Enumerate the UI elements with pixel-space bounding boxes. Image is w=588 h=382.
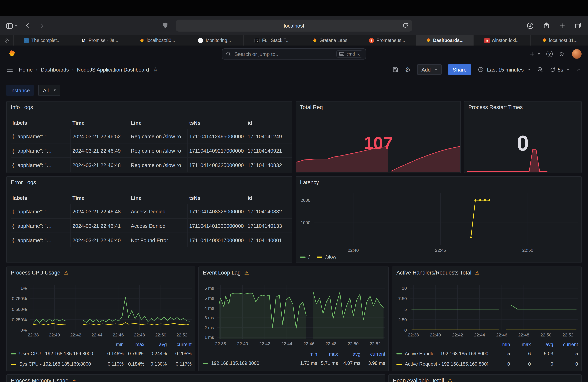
add-panel-button[interactable]: Add — [417, 64, 441, 75]
screen: localhost The complet... — [0, 0, 588, 382]
panel-title[interactable]: Active Handlers/Requests Total — [396, 269, 471, 275]
save-dashboard-button[interactable] — [392, 66, 399, 73]
breadcrumb-home[interactable]: Home — [19, 67, 33, 73]
news-button[interactable] — [559, 51, 566, 57]
time-range-picker[interactable]: Last 15 minutes — [478, 66, 531, 73]
x-axis-tick: 22:52 — [562, 332, 573, 338]
x-axis-tick: 22:42 — [70, 332, 81, 338]
legend-header[interactable]: current — [553, 342, 578, 347]
legend-row[interactable]: Sys CPU - 192.168.185.169:8000 0.110% 0.… — [11, 359, 192, 369]
legend-header[interactable]: current — [360, 351, 385, 357]
browser-tab-active[interactable]: Dashboards... — [416, 35, 473, 46]
column-header[interactable]: id — [246, 195, 292, 201]
help-icon[interactable]: ? — [546, 51, 553, 57]
warning-icon[interactable]: ⚠ — [448, 378, 452, 382]
handlers-chart[interactable]: 02.5057.501022:3822:4022:4222:4422:4622:… — [410, 285, 578, 330]
column-header[interactable]: Time — [71, 195, 129, 201]
new-menu-button[interactable] — [529, 51, 540, 57]
legend-header[interactable]: avg — [144, 342, 167, 347]
browser-tab[interactable]: Monitoring... — [186, 35, 243, 46]
tab-strip-blocked-icon[interactable] — [0, 35, 14, 46]
latency-chart[interactable]: 1000200022:4022:4522:50 — [314, 193, 578, 245]
legend-header[interactable]: max — [317, 351, 338, 357]
legend-header[interactable]: min — [488, 342, 510, 347]
sidebar-toggle-button[interactable] — [6, 22, 17, 29]
share-page-button[interactable] — [543, 22, 550, 29]
panel-title[interactable]: Process Memory Usage — [11, 377, 68, 382]
column-header[interactable]: Line — [129, 120, 188, 126]
column-header[interactable]: Line — [129, 195, 188, 201]
panel-title[interactable]: Process CPU Usage — [11, 269, 60, 275]
legend-header[interactable]: max — [124, 342, 144, 347]
browser-tab[interactable]: Full Stack T... — [244, 35, 301, 46]
legend-row[interactable]: Active Request - 192.168.185.169:8000 0 … — [396, 359, 578, 369]
variable-label[interactable]: instance — [6, 85, 34, 96]
column-header[interactable]: labels — [11, 120, 71, 126]
legend-item[interactable]: /slow — [317, 254, 336, 260]
panel-title[interactable]: Event Loop Lag — [203, 269, 241, 275]
search-input[interactable]: Search or jump to... cmd+k — [222, 48, 366, 59]
legend-item[interactable]: / — [300, 254, 310, 260]
panel-title[interactable]: Heap Available Detail — [393, 377, 444, 382]
browser-tab[interactable]: The complet... — [14, 35, 71, 46]
new-tab-button[interactable] — [559, 22, 566, 29]
forward-button[interactable] — [38, 22, 45, 29]
browser-tab[interactable]: Prometheus... — [358, 35, 416, 46]
breadcrumb-dashboards[interactable]: Dashboards — [41, 67, 69, 73]
panel-title[interactable]: Latency — [300, 179, 319, 185]
panel-title[interactable]: Error Logs — [11, 179, 36, 185]
browser-tab[interactable]: localhost:80... — [129, 35, 186, 46]
collapse-toolbar-button[interactable] — [576, 67, 582, 73]
table-header-row: labels Time Line tsNs id — [11, 192, 292, 204]
column-header[interactable]: id — [246, 120, 292, 126]
share-dashboard-button[interactable]: Share — [448, 64, 471, 75]
address-bar[interactable]: localhost — [176, 19, 412, 32]
browser-tab[interactable]: localhost:31... — [531, 35, 588, 46]
user-avatar[interactable] — [572, 49, 582, 59]
column-header[interactable]: tsNs — [188, 120, 246, 126]
downloads-button[interactable] — [526, 22, 534, 29]
browser-tab[interactable]: Promise - Ja... — [71, 35, 128, 46]
panel-title[interactable]: Total Req — [300, 104, 323, 110]
favorite-star-icon[interactable]: ☆ — [153, 66, 158, 73]
warning-icon[interactable]: ⚠ — [475, 270, 480, 275]
column-header[interactable]: tsNs — [188, 195, 246, 201]
variable-value-dropdown[interactable]: All — [39, 85, 60, 96]
legend-header[interactable]: min — [295, 351, 317, 357]
cpu-chart[interactable]: 0%0.250%0.500%0.750%1%22:3822:4022:4222:… — [30, 285, 192, 330]
legend-header[interactable]: min — [101, 342, 124, 347]
browser-tab[interactable]: winston-loki... — [473, 35, 531, 46]
legend-header[interactable]: max — [510, 342, 531, 347]
x-axis-tick: 22:38 — [408, 332, 419, 338]
legend-header[interactable]: avg — [531, 342, 553, 347]
refresh-picker[interactable]: 5s — [550, 67, 569, 73]
warning-icon[interactable]: ⚠ — [64, 270, 69, 275]
warning-icon[interactable]: ⚠ — [244, 270, 249, 275]
event-loop-chart[interactable]: 1 ms2 ms3 ms4 ms5 ms6 ms22:3822:4022:422… — [217, 285, 385, 339]
legend-header[interactable]: avg — [338, 351, 360, 357]
panel-process-cpu-usage: Process CPU Usage ⚠ 0%0.250%0.500%0.750%… — [6, 267, 195, 371]
y-axis-tick: 3 ms — [204, 315, 214, 321]
panel-title[interactable]: Info Logs — [11, 104, 33, 110]
privacy-shield-icon[interactable] — [162, 22, 169, 30]
series-swatch — [11, 363, 16, 365]
legend-row[interactable]: User CPU - 192.168.185.169:8000 0.146% 0… — [11, 348, 192, 359]
panel-title[interactable]: Process Restart Times — [468, 104, 523, 110]
warning-icon[interactable]: ⚠ — [72, 378, 77, 382]
y-axis-tick: 2 ms — [204, 325, 214, 330]
column-header[interactable]: Time — [71, 120, 129, 126]
browser-tab[interactable]: Grafana Labs — [301, 35, 358, 46]
grafana-logo[interactable] — [7, 50, 16, 60]
tab-overview-button[interactable] — [574, 22, 582, 29]
search-placeholder: Search or jump to... — [234, 51, 333, 57]
dashboard-settings-button[interactable]: ⚙ — [405, 66, 411, 73]
column-header[interactable]: labels — [11, 195, 71, 201]
legend-row[interactable]: Active Handler - 192.168.185.169:8000 5 … — [396, 348, 578, 359]
menu-toggle-button[interactable] — [6, 66, 13, 73]
zoom-out-button[interactable] — [537, 66, 543, 73]
x-axis-tick: 22:46 — [303, 341, 315, 346]
legend-header[interactable]: current — [167, 342, 192, 347]
reload-icon[interactable] — [402, 22, 409, 30]
back-button[interactable] — [24, 22, 31, 29]
legend-row[interactable]: 192.168.185.169:8000 1.73 ms 5.71 ms 4.0… — [203, 358, 385, 368]
